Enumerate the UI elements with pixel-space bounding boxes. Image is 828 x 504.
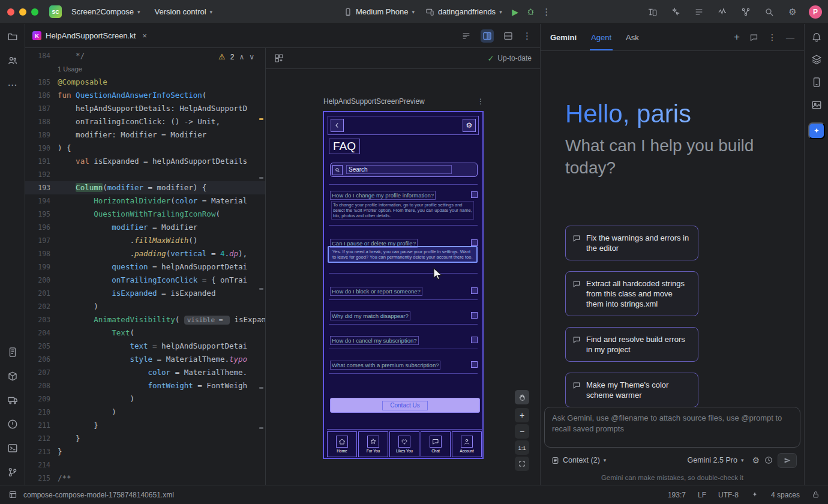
code-line[interactable]: 195 QuestionWithTrailingIconRow( [25, 208, 265, 221]
split-view-button[interactable] [481, 29, 494, 43]
chat-history-button[interactable] [749, 33, 758, 42]
zoom-to-fit-button[interactable] [515, 457, 529, 471]
compose-preview-canvas[interactable]: ⚙ FAQ Search How do I change my profile … [323, 111, 484, 459]
inspection-widget[interactable]: ⚠ 2 ∧ ∨ [216, 52, 257, 62]
code-line[interactable]: 191 val isExpanded = helpAndSupportDetai… [25, 155, 265, 168]
code-line[interactable]: 203 AnimatedVisibility( visible = isExpa… [25, 313, 265, 326]
nav-item-account[interactable]: Account [452, 431, 482, 457]
settings-button[interactable]: ⚙ [785, 5, 800, 19]
toolwindow-profiler-button[interactable] [811, 54, 822, 65]
indent-style[interactable]: 4 spaces [771, 491, 800, 499]
close-window-button[interactable] [7, 8, 14, 16]
context-selector[interactable]: Context (2) ▾ [548, 455, 610, 465]
zoom-out-button[interactable]: − [515, 424, 529, 439]
code-line[interactable]: 202 ) [25, 300, 265, 313]
code-line[interactable]: 200 onTrailingIconClick = { onTrai [25, 274, 265, 287]
tab-ask[interactable]: Ask [626, 24, 639, 50]
code-line[interactable]: 189 modifier: Modifier = Modifier [25, 128, 265, 142]
editor-options-button[interactable]: ⋮ [523, 31, 532, 41]
code-line[interactable]: 193 Column(modifier = modifier) { [25, 181, 265, 194]
status-file-name[interactable]: compose-compose-model-1758748140651.xml [23, 491, 174, 499]
code-editor[interactable]: 184 */1 Usage185@Composable186fun Questi… [25, 48, 265, 485]
file-encoding[interactable]: UTF-8 [718, 491, 739, 499]
faq-trailing-icon-box[interactable] [471, 191, 478, 198]
build-insights-button[interactable] [739, 5, 753, 19]
toolwindow-terminal-button[interactable] [7, 443, 18, 454]
toolwindow-app-inspection-button[interactable] [7, 395, 18, 406]
ai-actions-button[interactable] [668, 5, 683, 19]
model-selector[interactable]: Gemini 2.5 Pro ▾ [684, 455, 748, 465]
debug-button[interactable] [524, 5, 538, 19]
editor-tab[interactable]: K HelpAndSupportScreen.kt × [25, 24, 154, 47]
faq-answer-selected[interactable]: Yes. If you need a break, you can pause … [328, 246, 478, 263]
code-line[interactable]: 213} [25, 445, 265, 458]
gemini-settings-button[interactable]: ⚙ [752, 455, 760, 465]
prev-issue-icon[interactable]: ∧ [239, 53, 244, 61]
vcs-menu[interactable]: Version control▾ [150, 5, 218, 19]
code-line[interactable]: 190) { [25, 142, 265, 155]
pan-tool-button[interactable] [515, 390, 529, 404]
code-line[interactable]: 209 ) [25, 392, 265, 406]
code-line[interactable]: 211 } [25, 419, 265, 432]
suggestion-card[interactable]: Make my Theme's color scheme warmer [565, 373, 698, 407]
more-run-actions-button[interactable]: ⋮ [539, 5, 554, 19]
run-button[interactable]: ▶ [508, 5, 523, 19]
code-line[interactable]: 198 .padding(vertical = 4.dp), [25, 247, 265, 260]
fullscreen-window-button[interactable] [31, 8, 38, 16]
code-view-button[interactable] [461, 31, 471, 41]
panel-options-button[interactable]: ⋮ [768, 32, 776, 42]
nav-item-likes-you[interactable]: Likes You [389, 431, 419, 457]
code-line[interactable]: 208 fontWeight = FontWeigh [25, 379, 265, 392]
send-button[interactable] [778, 453, 797, 468]
toolwindow-gemini-button[interactable] [808, 122, 825, 139]
nav-item-for-you[interactable]: For You [358, 431, 388, 457]
device-mirroring-button[interactable] [645, 5, 659, 19]
faq-question-row[interactable]: What comes with a premium subscription? [330, 360, 479, 370]
toolwindow-project-button[interactable] [7, 31, 18, 42]
code-line[interactable]: 204 Text( [25, 326, 265, 340]
device-selector[interactable]: Medium Phone▾ [339, 5, 419, 19]
code-line[interactable]: 187 helpAndSupportDetails: HelpAndSuppor… [25, 102, 265, 115]
ai-status-button[interactable] [751, 491, 759, 499]
faq-trailing-icon-box[interactable] [471, 337, 478, 343]
faq-question-row[interactable]: Why did my match disappear? [330, 311, 479, 320]
suggestion-card[interactable]: Find and resolve build errors in my proj… [565, 327, 698, 362]
new-chat-button[interactable]: + [734, 31, 740, 43]
toolwindow-problems-button[interactable] [7, 419, 18, 430]
toolwindow-pull-requests-button[interactable] [7, 55, 18, 66]
suggestion-card[interactable]: Fix the warnings and errors in the edito… [565, 226, 698, 260]
code-line[interactable]: 206 style = MaterialTheme.typo [25, 353, 265, 366]
avatar[interactable]: P [809, 5, 822, 19]
code-line[interactable]: 212 } [25, 432, 265, 445]
nav-item-chat[interactable]: Chat [421, 431, 451, 457]
code-line[interactable]: 194 HorizontalDivider(color = Material [25, 194, 265, 208]
toolwindow-logcat-button[interactable] [7, 347, 18, 358]
code-line[interactable]: 201 isExpanded = isExpanded [25, 287, 265, 300]
code-line[interactable]: 210 ) [25, 406, 265, 419]
caret-position[interactable]: 193:7 [668, 491, 686, 499]
preview-options-icon[interactable]: ⋮ [477, 97, 484, 106]
code-line[interactable]: 207 color = MaterialTheme. [25, 366, 265, 379]
faq-question-row[interactable]: How do I cancel my subscription? [330, 335, 479, 345]
toolwindow-device-manager-button[interactable] [811, 77, 822, 88]
prompt-history-button[interactable] [764, 456, 773, 464]
next-issue-icon[interactable]: ∨ [249, 53, 254, 61]
faq-trailing-icon-box[interactable] [471, 239, 478, 246]
line-separator[interactable]: LF [698, 491, 706, 499]
faq-question-row[interactable]: How do I block or report someone? [330, 286, 479, 296]
minimize-window-button[interactable] [19, 8, 26, 16]
toolwindow-git-button[interactable] [7, 467, 18, 478]
readonly-toggle[interactable] [812, 491, 820, 499]
close-tab-icon[interactable]: × [142, 31, 147, 40]
code-line[interactable]: 192 [25, 168, 265, 181]
code-line[interactable]: 186fun QuestionAndAnswerInfoSection( [25, 89, 265, 102]
code-line[interactable]: 205 text = helpAndSupportDetai [25, 340, 265, 353]
code-line[interactable]: 196 modifier = Modifier [25, 221, 265, 234]
ui-check-button[interactable] [274, 53, 284, 63]
project-menu[interactable]: Screen2Compose▾ [67, 5, 145, 19]
zoom-actual-size-button[interactable]: 1:1 [515, 440, 529, 455]
suggestion-card[interactable]: Extract all hardcoded strings from this … [565, 271, 698, 316]
code-line[interactable]: 185@Composable [25, 76, 265, 89]
nav-item-home[interactable]: Home [327, 431, 357, 457]
toolwindow-build-button[interactable] [7, 371, 18, 382]
